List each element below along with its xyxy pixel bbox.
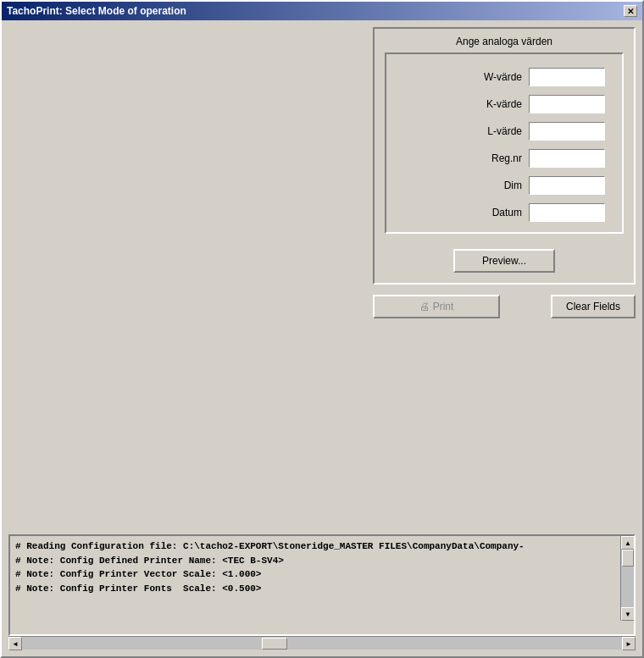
close-button[interactable]: ✕ (624, 5, 637, 17)
input-datum[interactable] (529, 203, 605, 222)
label-reg-nr: Reg.nr (471, 152, 522, 164)
hscroll-thumb[interactable] (262, 638, 287, 650)
input-l-varde[interactable] (529, 122, 605, 141)
log-area: # Reading Configuration file: C:\tacho2-… (8, 534, 636, 636)
title-bar: TachoPrint: Select Mode of operation ✕ (2, 2, 642, 20)
title-bar-buttons: ✕ (624, 5, 637, 17)
bottom-buttons: 🖨 Print Clear Fields (373, 291, 636, 322)
left-panel (8, 27, 366, 531)
field-row-dim: Dim (403, 176, 605, 195)
field-row-k-varde: K-värde (403, 95, 605, 113)
input-reg-nr[interactable] (529, 149, 605, 168)
print-button[interactable]: 🖨 Print (373, 295, 500, 318)
horizontal-scrollbar: ◄ ► (8, 636, 636, 650)
main-area: Ange analoga värden W-värdeK-värdeL-värd… (8, 27, 636, 531)
analog-outer-group: Ange analoga värden W-värdeK-värdeL-värd… (373, 27, 636, 285)
preview-row: Preview... (385, 242, 624, 273)
label-dim: Dim (471, 180, 522, 191)
label-k-varde: K-värde (471, 98, 522, 110)
input-dim[interactable] (529, 176, 605, 195)
field-row-datum: Datum (403, 203, 605, 222)
input-k-varde[interactable] (529, 95, 605, 113)
main-window: TachoPrint: Select Mode of operation ✕ A… (0, 0, 644, 658)
preview-button[interactable]: Preview... (453, 249, 555, 273)
field-row-w-varde: W-värde (403, 68, 605, 86)
scroll-thumb[interactable] (622, 550, 634, 567)
vertical-scrollbar: ▲ ▼ (620, 536, 634, 621)
log-text: # Reading Configuration file: C:\tacho2-… (10, 536, 634, 599)
scroll-left-button[interactable]: ◄ (8, 637, 22, 650)
window-title: TachoPrint: Select Mode of operation (7, 5, 186, 17)
analog-group-title: Ange analoga värden (385, 36, 624, 47)
scroll-track (621, 550, 634, 607)
label-datum: Datum (471, 207, 522, 218)
scroll-right-button[interactable]: ► (622, 637, 636, 650)
scroll-up-button[interactable]: ▲ (621, 536, 635, 550)
input-w-varde[interactable] (529, 68, 605, 86)
label-l-varde: L-värde (471, 125, 522, 137)
right-panel: Ange analoga värden W-värdeK-värdeL-värd… (373, 27, 636, 531)
print-label: Print (433, 301, 454, 312)
window-content: Ange analoga värden W-värdeK-värdeL-värd… (2, 20, 642, 656)
printer-icon: 🖨 (419, 301, 430, 312)
scroll-down-button[interactable]: ▼ (621, 607, 635, 621)
clear-fields-button[interactable]: Clear Fields (551, 295, 636, 318)
field-row-reg-nr: Reg.nr (403, 149, 605, 168)
label-w-varde: W-värde (471, 71, 522, 83)
hscroll-track (22, 637, 622, 650)
field-row-l-varde: L-värde (403, 122, 605, 141)
analog-inner-group: W-värdeK-värdeL-värdeReg.nrDimDatum (385, 53, 624, 234)
